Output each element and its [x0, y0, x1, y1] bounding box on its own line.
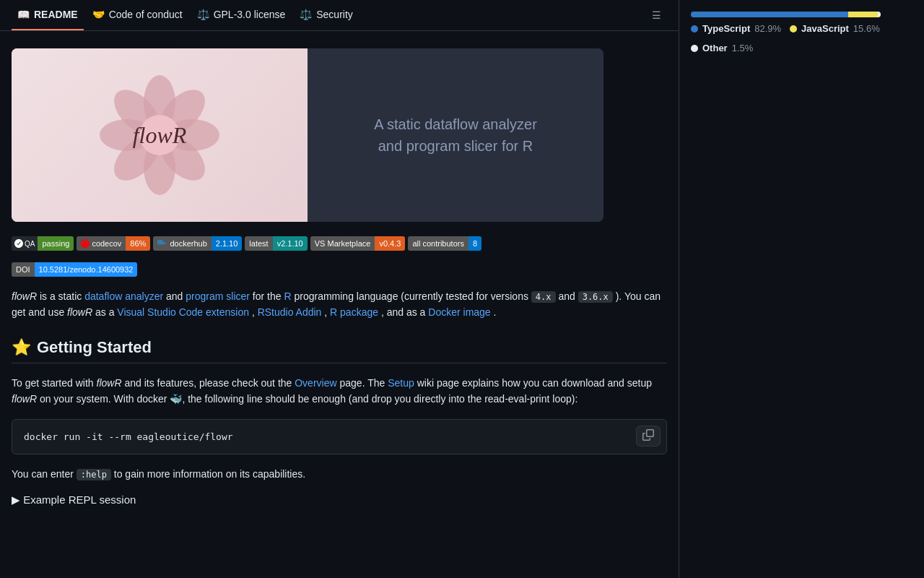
typescript-lang-item[interactable]: TypeScript 82.9% [691, 23, 781, 34]
typescript-pct: 82.9% [754, 23, 781, 34]
doi-badge-label: DOI [12, 262, 35, 277]
license-icon: ⚖️ [197, 9, 209, 20]
javascript-dot [790, 25, 797, 33]
docker-image-link[interactable]: Docker image [428, 306, 490, 318]
tab-bar: 📖 README 🤝 Code of conduct ⚖️ GPL-3.0 li… [0, 0, 679, 31]
star-emoji: ⭐ [12, 338, 31, 357]
other-pct: 1.5% [732, 43, 754, 53]
getting-started-heading: ⭐ Getting Started [12, 338, 667, 363]
example-session-summary[interactable]: ▶ Example REPL session [12, 493, 667, 506]
banner-logo-section: flowR [12, 48, 308, 222]
svg-rect-13 [158, 243, 160, 244]
latest-badge-value: v2.1.10 [273, 236, 308, 251]
flowr-italic-2: flowR [67, 306, 92, 318]
codecov-badge-label: codecov [77, 236, 126, 251]
language-list: TypeScript 82.9% JavaScript 15.6% Other … [691, 23, 881, 53]
vs-badge-value: v0.4.3 [375, 236, 405, 251]
dockerhub-badge-label: dockerhub [153, 236, 211, 251]
flowr-italic-gs: flowR [97, 377, 122, 389]
dockerhub-badge[interactable]: dockerhub 2.1.10 [153, 236, 242, 251]
tab-code-of-conduct[interactable]: 🤝 Code of conduct [87, 0, 188, 30]
javascript-lang-item[interactable]: JavaScript 15.6% [790, 23, 880, 34]
banner-subtitle-section: A static dataflow analyzerand program sl… [308, 48, 603, 222]
qa-badge[interactable]: QA passing [12, 236, 74, 251]
sidebar: TypeScript 82.9% JavaScript 15.6% Other … [679, 0, 892, 578]
language-bar-track [691, 12, 881, 17]
example-session-details[interactable]: ▶ Example REPL session [12, 493, 667, 506]
codecov-badge-value: 86% [126, 236, 150, 251]
flowr-italic-1: flowR [12, 290, 37, 302]
doi-badge-value: 10.5281/zenodo.14600932 [35, 262, 138, 277]
tab-gpl-license[interactable]: ⚖️ GPL-3.0 license [191, 0, 292, 30]
doi-badge-row: DOI 10.5281/zenodo.14600932 [12, 262, 667, 277]
javascript-pct: 15.6% [853, 23, 880, 34]
typescript-bar-segment [691, 12, 848, 17]
docker-command: docker run -it --rm eagleoutice/flowr [24, 431, 233, 442]
svg-rect-12 [163, 243, 165, 244]
r-package-link[interactable]: R package [330, 306, 378, 318]
tab-security[interactable]: ⚖️ Security [294, 0, 359, 30]
version-36x-code: 3.6.x [578, 291, 613, 303]
readme-content: flowR A static dataflow analyzerand prog… [0, 31, 679, 524]
codecov-badge[interactable]: codecov 86% [77, 236, 150, 251]
javascript-name: JavaScript [801, 23, 849, 34]
book-icon: 📖 [17, 9, 30, 20]
help-text: You can enter :help to gain more informa… [12, 466, 667, 482]
language-bar: TypeScript 82.9% JavaScript 15.6% Other … [691, 12, 881, 53]
list-icon[interactable]: ☰ [646, 4, 667, 27]
security-icon: ⚖️ [300, 9, 312, 20]
docker-code-block: docker run -it --rm eagleoutice/flowr [12, 419, 667, 454]
program-slicer-link[interactable]: program slicer [186, 290, 250, 302]
svg-rect-9 [158, 241, 160, 242]
contributors-badge-label: all contributors [408, 236, 468, 251]
contributors-badge[interactable]: all contributors 8 [408, 236, 481, 251]
banner-subtitle: A static dataflow analyzerand program sl… [374, 113, 537, 157]
help-code: :help [77, 469, 111, 480]
latest-badge[interactable]: latest v2.1.10 [245, 236, 307, 251]
overview-link[interactable]: Overview [295, 377, 336, 389]
vs-badge-label: VS Marketplace [310, 236, 375, 251]
rstudio-addin-link[interactable]: RStudio Addin [258, 306, 322, 318]
copy-button[interactable] [636, 426, 661, 447]
svg-rect-11 [160, 243, 162, 244]
other-bar-segment [878, 12, 881, 17]
qa-badge-value: passing [38, 236, 74, 251]
doi-badge[interactable]: DOI 10.5281/zenodo.14600932 [12, 262, 137, 277]
vs-marketplace-badge[interactable]: VS Marketplace v0.4.3 [310, 236, 406, 251]
typescript-dot [691, 25, 698, 33]
project-description: flowR is a static dataflow analyzer and … [12, 288, 667, 321]
svg-rect-10 [160, 241, 162, 242]
contributors-badge-value: 8 [468, 236, 481, 251]
version-4x-code: 4.x [531, 291, 556, 303]
other-lang-item[interactable]: Other 1.5% [691, 43, 753, 53]
javascript-bar-segment [848, 12, 878, 17]
flower-logo: flowR [102, 77, 217, 193]
project-banner: flowR A static dataflow analyzerand prog… [12, 48, 603, 222]
getting-started-text: To get started with flowR and its featur… [12, 375, 667, 407]
badges-row: QA passing codecov 86% dockerhub 2.1.10 [12, 236, 667, 251]
flowr-italic-gs2: flowR [12, 393, 37, 405]
tab-readme[interactable]: 📖 README [12, 0, 84, 30]
qa-badge-icon: QA [12, 236, 38, 251]
typescript-name: TypeScript [702, 23, 750, 34]
conduct-icon: 🤝 [92, 9, 105, 20]
other-name: Other [702, 43, 728, 53]
setup-link[interactable]: Setup [388, 377, 414, 389]
other-dot [691, 45, 698, 52]
dataflow-analyzer-link[interactable]: dataflow analyzer [84, 290, 163, 302]
vscode-extension-link[interactable]: Visual Studio Code extension [117, 306, 249, 318]
dockerhub-badge-value: 2.1.10 [212, 236, 243, 251]
latest-badge-label: latest [245, 236, 272, 251]
r-link[interactable]: R [284, 290, 291, 302]
